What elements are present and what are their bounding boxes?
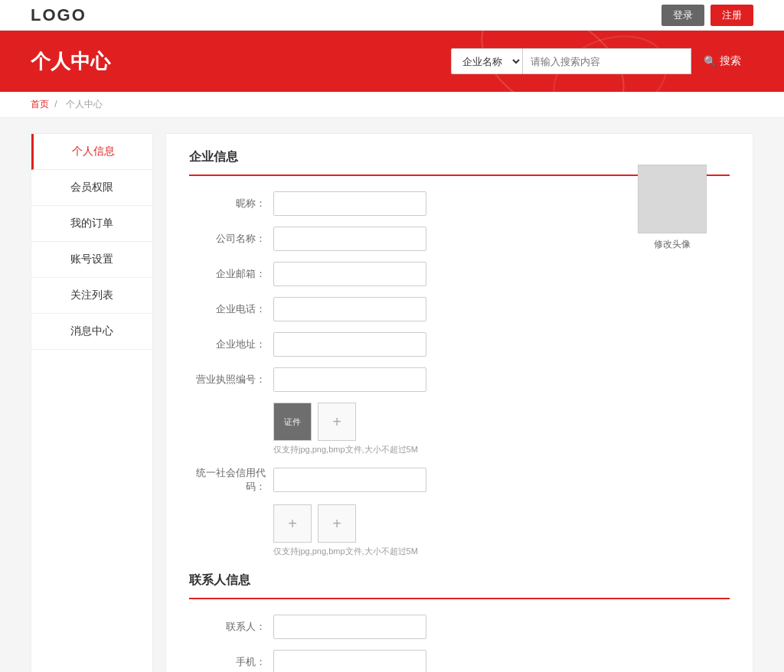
label-company-name: 公司名称： bbox=[189, 232, 273, 246]
label-nickname: 昵称： bbox=[189, 197, 273, 210]
form-row-company-phone: 企业电话： bbox=[189, 297, 730, 321]
input-license-no[interactable] bbox=[273, 367, 426, 392]
sidebar-item-membership[interactable]: 会员权限 bbox=[31, 170, 152, 206]
input-company-name[interactable] bbox=[273, 227, 426, 251]
sidebar: 个人信息 会员权限 我的订单 账号设置 关注列表 消息中心 bbox=[31, 133, 153, 672]
form-row-mobile: 手机： bbox=[189, 650, 730, 672]
input-contact-name[interactable] bbox=[273, 615, 426, 639]
credit-upload-boxes: + + bbox=[273, 504, 418, 543]
enterprise-section: 企业信息 修改头像 昵称： 公司名称： 企业邮箱： 企业电话： bbox=[189, 149, 730, 557]
avatar-section: 修改头像 bbox=[638, 165, 707, 251]
credit-upload-box-1[interactable]: + bbox=[273, 504, 312, 543]
license-upload-box-existing[interactable]: 证件 bbox=[273, 403, 312, 441]
search-icon: 🔍 bbox=[704, 55, 717, 67]
form-row-company-address: 企业地址： bbox=[189, 332, 730, 357]
plus-icon-1: + bbox=[288, 515, 297, 533]
avatar-box[interactable] bbox=[638, 165, 707, 233]
search-input[interactable] bbox=[523, 48, 691, 74]
label-company-email: 企业邮箱： bbox=[189, 267, 273, 281]
breadcrumb: 首页 / 个人中心 bbox=[0, 92, 784, 118]
input-company-address[interactable] bbox=[273, 332, 426, 357]
label-company-phone: 企业电话： bbox=[189, 302, 273, 316]
license-upload-area: 证件 + 仅支持jpg,png,bmp文件,大小不超过5M bbox=[189, 403, 730, 455]
breadcrumb-separator: / bbox=[54, 99, 57, 109]
label-company-address: 企业地址： bbox=[189, 338, 273, 351]
right-panel: 企业信息 修改头像 昵称： 公司名称： 企业邮箱： 企业电话： bbox=[165, 133, 753, 672]
label-license-no: 营业执照编号： bbox=[189, 373, 273, 387]
label-mobile: 手机： bbox=[189, 655, 273, 669]
credit-upload-area: + + 仅支持jpg,png,bmp文件,大小不超过5M bbox=[189, 504, 730, 557]
contact-section-title: 联系人信息 bbox=[189, 573, 730, 599]
search-btn-label: 搜索 bbox=[720, 54, 741, 68]
input-mobile[interactable] bbox=[273, 650, 426, 672]
main-content: 个人信息 会员权限 我的订单 账号设置 关注列表 消息中心 企业信息 修改头像 … bbox=[0, 118, 784, 672]
license-upload-boxes: 证件 + bbox=[273, 403, 418, 441]
plus-icon-2: + bbox=[332, 515, 341, 533]
avatar-label: 修改头像 bbox=[654, 238, 691, 251]
search-bar: 企业名称 🔍 搜索 bbox=[451, 48, 753, 74]
plus-icon: + bbox=[332, 413, 341, 431]
breadcrumb-home[interactable]: 首页 bbox=[31, 99, 49, 109]
form-row-license-no: 营业执照编号： bbox=[189, 367, 730, 392]
form-row-company-email: 企业邮箱： bbox=[189, 262, 730, 286]
form-row-unified-code: 统一社会信用代码： bbox=[189, 466, 730, 494]
top-nav-buttons: 登录 注册 bbox=[662, 5, 753, 26]
top-logo: LOGO bbox=[31, 5, 87, 25]
sidebar-item-personal-info[interactable]: 个人信息 bbox=[31, 134, 152, 170]
search-button[interactable]: 🔍 搜索 bbox=[691, 48, 753, 74]
label-contact-name: 联系人： bbox=[189, 620, 273, 634]
contact-section: 联系人信息 联系人： 手机： 固定电话： bbox=[189, 573, 730, 672]
license-upload-hint: 仅支持jpg,png,bmp文件,大小不超过5M bbox=[273, 444, 418, 455]
search-type-select[interactable]: 企业名称 bbox=[451, 48, 523, 74]
top-nav: LOGO 登录 注册 bbox=[0, 0, 784, 31]
credit-upload-box-2[interactable]: + bbox=[318, 504, 356, 543]
credit-upload-hint: 仅支持jpg,png,bmp文件,大小不超过5M bbox=[273, 546, 418, 557]
form-row-contact-name: 联系人： bbox=[189, 615, 730, 639]
label-unified-code: 统一社会信用代码： bbox=[189, 466, 273, 494]
license-upload-box-add[interactable]: + bbox=[318, 403, 356, 441]
login-button[interactable]: 登录 bbox=[662, 5, 704, 26]
header-banner: 个人中心 企业名称 🔍 搜索 bbox=[0, 31, 784, 92]
register-button[interactable]: 注册 bbox=[710, 5, 753, 26]
input-nickname[interactable] bbox=[273, 191, 426, 216]
input-company-email[interactable] bbox=[273, 262, 426, 286]
input-unified-code[interactable] bbox=[273, 468, 426, 492]
input-company-phone[interactable] bbox=[273, 297, 426, 321]
sidebar-item-favorites[interactable]: 关注列表 bbox=[31, 278, 152, 314]
sidebar-item-account[interactable]: 账号设置 bbox=[31, 242, 152, 278]
license-thumbnail: 证件 bbox=[284, 416, 301, 428]
page-title: 个人中心 bbox=[31, 48, 110, 75]
breadcrumb-current: 个人中心 bbox=[66, 99, 103, 109]
sidebar-item-messages[interactable]: 消息中心 bbox=[31, 314, 152, 350]
sidebar-item-orders[interactable]: 我的订单 bbox=[31, 206, 152, 242]
